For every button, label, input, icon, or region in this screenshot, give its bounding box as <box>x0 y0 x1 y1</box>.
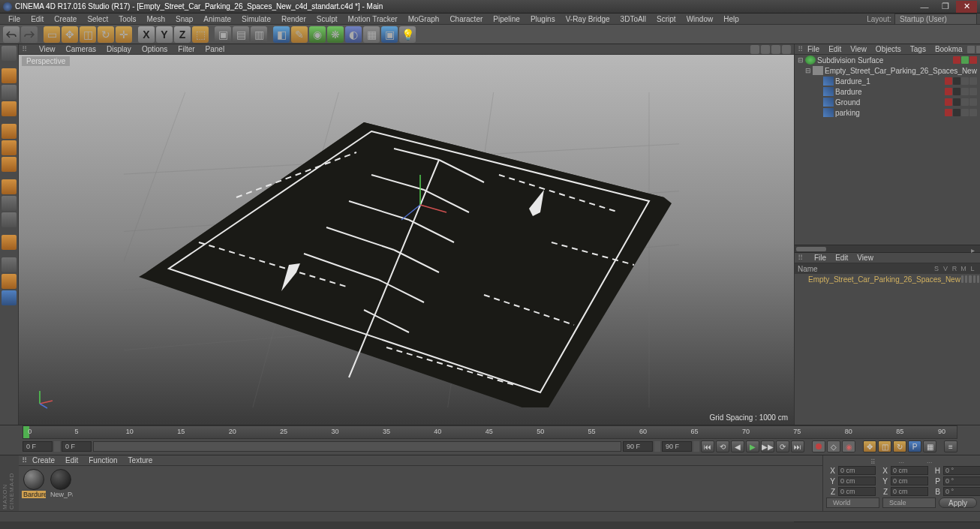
objects-menu-tags[interactable]: Tags <box>906 45 930 53</box>
misc-tool-3[interactable] <box>2 290 17 305</box>
take-flag-icon[interactable] <box>973 275 975 283</box>
viewport-menu-handle-icon[interactable]: ⠿ <box>22 45 34 53</box>
visible-dot-icon[interactable] <box>961 56 969 64</box>
menu-3dtoall[interactable]: 3DToAll <box>615 15 651 23</box>
attributes-scrollbar[interactable] <box>794 521 980 529</box>
play-button[interactable]: ▶ <box>746 440 759 452</box>
render-region-button[interactable]: ▤ <box>233 26 249 43</box>
goto-end-button[interactable]: ⏭ <box>791 440 804 452</box>
menu-snap[interactable]: Snap <box>170 15 198 23</box>
workplane-button[interactable] <box>2 101 17 116</box>
key-scale-button[interactable]: ◫ <box>878 440 891 452</box>
key-param-button[interactable]: P <box>908 440 921 452</box>
tag-icon[interactable] <box>961 109 969 116</box>
timeline-ruler[interactable]: 0 5 10 15 20 25 30 35 40 45 50 55 60 65 … <box>23 425 957 439</box>
add-spline-button[interactable]: ✎ <box>291 26 308 43</box>
locked-workplane-button[interactable] <box>2 235 17 250</box>
objects-panel-icon-1[interactable] <box>967 46 975 53</box>
add-camera-button[interactable]: ▣ <box>381 26 398 43</box>
menu-tools[interactable]: Tools <box>113 15 141 23</box>
rot-p-field[interactable]: 0 ° <box>943 476 980 485</box>
tag-icon[interactable] <box>961 77 969 85</box>
timeline-range-slider[interactable] <box>93 441 621 452</box>
tag-icon[interactable] <box>969 77 977 85</box>
add-deformer-button[interactable]: ❋ <box>327 26 344 43</box>
add-light-button[interactable]: 💡 <box>399 26 416 43</box>
tag-icon[interactable] <box>953 88 960 95</box>
menu-sculpt[interactable]: Sculpt <box>311 15 343 23</box>
take-item-row[interactable]: Empty_Street_Car_Parking_26_Spaces_New <box>795 274 980 284</box>
close-button[interactable]: ✕ <box>956 1 977 13</box>
viewport-menu-filter[interactable]: Filter <box>173 45 200 53</box>
objects-menu-handle-icon[interactable]: ⠿ <box>798 45 803 53</box>
key-pla-button[interactable]: ▦ <box>923 440 936 452</box>
z-axis-button[interactable]: Z <box>174 26 191 43</box>
menu-create[interactable]: Create <box>49 15 82 23</box>
menu-render[interactable]: Render <box>276 15 311 23</box>
timeline-current-frame[interactable]: 0 F <box>23 441 53 452</box>
timeline-range-end[interactable]: 90 F <box>623 441 653 452</box>
rotate-tool-button[interactable]: ↻ <box>98 26 114 43</box>
menu-select[interactable]: Select <box>82 15 113 23</box>
keyframe-selection-button[interactable]: ◉ <box>842 440 855 452</box>
coord-system-button[interactable]: ⬚ <box>192 26 209 43</box>
menu-motion-tracker[interactable]: Motion Tracker <box>343 15 403 23</box>
pos-y-field[interactable]: 0 cm <box>838 476 876 485</box>
autokey-button[interactable]: ◇ <box>827 440 840 452</box>
tag-icon[interactable] <box>945 77 952 85</box>
tag-icon[interactable] <box>953 98 960 106</box>
takes-menu-edit[interactable]: Edit <box>831 254 852 262</box>
coords-scale-dropdown[interactable]: Scale <box>882 497 936 508</box>
viewport-menu-panel[interactable]: Panel <box>200 45 230 53</box>
viewport-3d[interactable]: Perspective <box>19 55 794 425</box>
pos-z-field[interactable]: 0 cm <box>838 487 876 496</box>
materials-menu-handle-icon[interactable]: ⠿ <box>22 456 27 464</box>
next-frame-button[interactable]: ▶▶ <box>761 440 774 452</box>
prev-key-button[interactable]: ⟲ <box>716 440 729 452</box>
viewport-nav-rotate-icon[interactable] <box>771 45 780 54</box>
y-axis-button[interactable]: Y <box>156 26 173 43</box>
menu-pipeline[interactable]: Pipeline <box>488 15 525 23</box>
menu-vray-bridge[interactable]: V-Ray Bridge <box>561 15 615 23</box>
make-editable-button[interactable] <box>2 46 17 61</box>
add-cube-button[interactable]: ◧ <box>273 26 290 43</box>
menu-character[interactable]: Character <box>444 15 488 23</box>
prev-frame-button[interactable]: ◀ <box>731 440 744 452</box>
menu-mesh[interactable]: Mesh <box>142 15 170 23</box>
add-generator-button[interactable]: ◉ <box>309 26 326 43</box>
tag-icon[interactable] <box>961 98 969 106</box>
viewport-nav-zoom-icon[interactable] <box>761 45 770 54</box>
timeline-range-start[interactable]: 0 F <box>62 441 92 452</box>
points-mode-button[interactable] <box>2 124 17 139</box>
viewport-menu-view[interactable]: View <box>34 45 61 53</box>
snap-button[interactable] <box>2 212 17 227</box>
recent-tool-button[interactable]: ✛ <box>116 26 132 43</box>
coords-handle-icon[interactable]: ⠿ <box>870 458 876 466</box>
viewport-nav-maximize-icon[interactable] <box>782 45 791 54</box>
viewport-menu-display[interactable]: Display <box>101 45 137 53</box>
texture-mode-button[interactable] <box>2 85 17 100</box>
add-floor-button[interactable]: ▦ <box>363 26 380 43</box>
objects-menu-view[interactable]: View <box>846 45 871 53</box>
key-rot-button[interactable]: ↻ <box>893 440 906 452</box>
frame-spinner[interactable] <box>693 441 699 452</box>
timeline-options-button[interactable]: ≡ <box>944 440 957 452</box>
scrollbar-arrow-icon[interactable]: ▸ <box>971 246 978 252</box>
edges-mode-button[interactable] <box>2 140 17 155</box>
materials-menu-edit[interactable]: Edit <box>60 456 83 464</box>
viewport-nav-pan-icon[interactable] <box>750 45 759 54</box>
goto-start-button[interactable]: ⏮ <box>701 440 714 452</box>
delete-icon[interactable] <box>969 56 977 64</box>
material-swatch[interactable]: New_Pa <box>49 469 73 508</box>
materials-menu-create[interactable]: Create <box>27 456 60 464</box>
rot-b-field[interactable]: 0 ° <box>943 487 980 496</box>
frame-spinner[interactable] <box>54 441 60 452</box>
menu-script[interactable]: Script <box>651 15 681 23</box>
key-pos-button[interactable]: ✥ <box>863 440 876 452</box>
viewport-solo-button[interactable] <box>2 196 17 211</box>
polygons-mode-button[interactable] <box>2 157 17 172</box>
menu-simulate[interactable]: Simulate <box>236 15 276 23</box>
tree-row-sds[interactable]: ⊟ Subdivision Surface <box>795 55 980 65</box>
objects-menu-file[interactable]: File <box>803 45 824 53</box>
take-flag-icon[interactable] <box>969 275 971 283</box>
